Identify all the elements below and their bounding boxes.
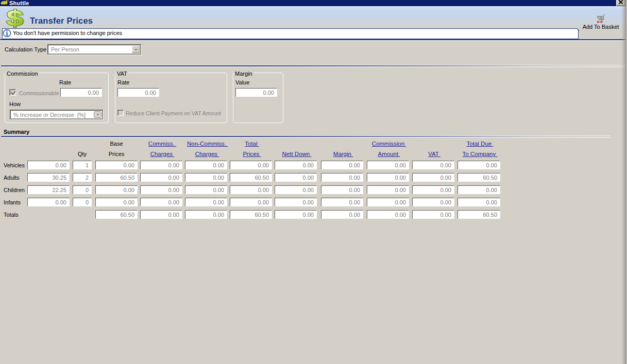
- svg-text:$: $: [6, 8, 23, 30]
